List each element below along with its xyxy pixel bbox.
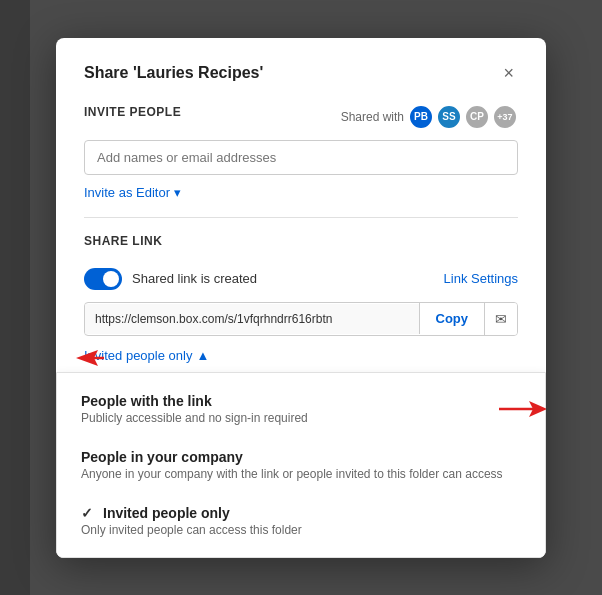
access-row-wrapper: Invited people only ▲ bbox=[84, 346, 518, 372]
avatar-pb: PB bbox=[408, 104, 434, 130]
invite-as-editor-button[interactable]: Invite as Editor ▾ bbox=[84, 185, 181, 200]
invite-input[interactable] bbox=[84, 140, 518, 175]
option-people-in-company-title: People in your company bbox=[81, 449, 521, 465]
modal-title: Share 'Lauries Recipes' bbox=[84, 64, 263, 82]
option-people-with-link-title: People with the link bbox=[81, 393, 521, 409]
link-copy-row: Copy ✉ bbox=[84, 302, 518, 336]
sidebar-bg bbox=[0, 0, 30, 595]
share-modal: Share 'Lauries Recipes' × Invite People … bbox=[56, 38, 546, 558]
modal-header: Share 'Lauries Recipes' × bbox=[84, 62, 518, 84]
option-invited-only-title: ✓ Invited people only bbox=[81, 505, 521, 521]
link-settings-button[interactable]: Link Settings bbox=[444, 271, 518, 286]
option-invited-only-desc: Only invited people can access this fold… bbox=[81, 523, 521, 537]
access-arrow-icon: ▲ bbox=[196, 348, 209, 363]
share-link-section: Share Link Shared link is created Link S… bbox=[84, 234, 518, 290]
option-people-with-link-desc: Publicly accessible and no sign-in requi… bbox=[81, 411, 521, 425]
red-arrow-indicator bbox=[74, 348, 106, 368]
share-link-label: Share Link bbox=[84, 234, 162, 248]
access-dropdown-menu: People with the link Publicly accessible… bbox=[56, 372, 546, 558]
avatar-cp: CP bbox=[464, 104, 490, 130]
avatar-group: PB SS CP +37 bbox=[408, 104, 518, 130]
close-button[interactable]: × bbox=[499, 62, 518, 84]
invite-as-editor-label: Invite as Editor bbox=[84, 185, 170, 200]
share-link-controls-row: Shared link is created Link Settings bbox=[84, 268, 518, 290]
option-people-with-link[interactable]: People with the link Publicly accessible… bbox=[57, 381, 545, 437]
shared-with-label: Shared with bbox=[341, 110, 404, 124]
overlay: Share 'Lauries Recipes' × Invite People … bbox=[0, 0, 602, 595]
invite-role-arrow: ▾ bbox=[174, 185, 181, 200]
shared-with-group: Shared with PB SS CP +37 bbox=[341, 104, 518, 130]
copy-button[interactable]: Copy bbox=[419, 303, 485, 334]
section-divider bbox=[84, 217, 518, 218]
checkmark-icon: ✓ bbox=[81, 505, 93, 521]
avatar-ss: SS bbox=[436, 104, 462, 130]
red-arrow-to-option bbox=[499, 397, 546, 421]
invite-section: Invite People Shared with PB SS CP +37 bbox=[84, 104, 518, 175]
toggle-knob bbox=[103, 271, 119, 287]
option-invited-only[interactable]: ✓ Invited people only Only invited peopl… bbox=[57, 493, 545, 549]
toggle-label: Shared link is created bbox=[132, 271, 257, 286]
share-link-header: Share Link bbox=[84, 234, 518, 258]
invite-section-label: Invite People bbox=[84, 105, 181, 119]
invite-header-row: Invite People Shared with PB SS CP +37 bbox=[84, 104, 518, 130]
link-url-input[interactable] bbox=[85, 304, 419, 334]
shared-link-toggle[interactable] bbox=[84, 268, 122, 290]
toggle-row: Share Link bbox=[84, 234, 162, 258]
avatar-more: +37 bbox=[492, 104, 518, 130]
email-link-button[interactable]: ✉ bbox=[484, 303, 517, 335]
toggle-with-label: Shared link is created bbox=[84, 268, 257, 290]
option-people-in-company-desc: Anyone in your company with the link or … bbox=[81, 467, 521, 481]
option-people-in-company[interactable]: People in your company Anyone in your co… bbox=[57, 437, 545, 493]
invite-role-row: Invite as Editor ▾ bbox=[84, 183, 518, 201]
